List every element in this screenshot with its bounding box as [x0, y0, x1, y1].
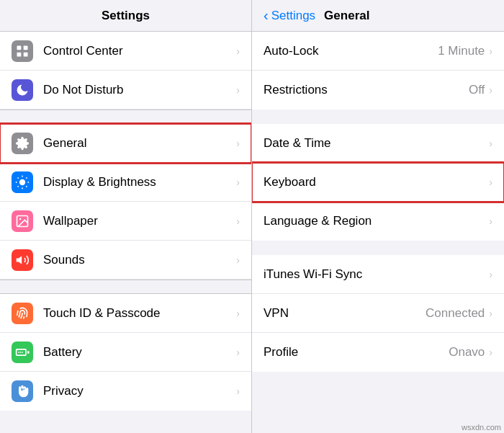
svg-point-4 — [19, 179, 25, 184]
right-item-itunes-wifi[interactable]: iTunes Wi-Fi Sync › — [252, 255, 504, 294]
right-section-1: Date & Time › Keyboard › Language & Regi… — [252, 124, 504, 241]
chevron-right-icon: › — [489, 177, 492, 188]
right-item-label-profile: Profile — [264, 345, 449, 360]
sidebar-item-sounds[interactable]: Sounds › — [0, 241, 251, 280]
svg-marker-15 — [17, 256, 22, 264]
settings-list: Control Center › Do Not Disturb › Genera… — [0, 32, 251, 411]
section-divider — [0, 280, 251, 294]
section-gap — [252, 110, 504, 124]
chevron-right-icon: › — [489, 45, 492, 57]
right-item-label-keyboard: Keyboard — [264, 175, 489, 189]
chevron-right-icon: › — [236, 308, 240, 319]
chevron-right-icon: › — [236, 347, 240, 358]
right-item-label-restrictions: Restrictions — [264, 83, 469, 97]
right-section-0: Auto-Lock 1 Minute › Restrictions Off › — [252, 32, 504, 110]
right-item-label-vpn: VPN — [264, 306, 426, 321]
chevron-right-icon: › — [489, 347, 492, 358]
right-item-label-date-time: Date & Time — [264, 136, 489, 151]
right-item-value-auto-lock: 1 Minute — [438, 44, 485, 58]
right-panel-title: General — [324, 9, 369, 23]
sidebar-item-touchid[interactable]: Touch ID & Passcode › — [0, 294, 251, 333]
right-item-label-language: Language & Region — [264, 214, 489, 228]
back-label: Settings — [271, 9, 315, 23]
section-gap — [252, 241, 504, 255]
main-content: Control Center › Do Not Disturb › Genera… — [0, 32, 504, 433]
battery-icon — [12, 342, 33, 363]
sidebar-item-wallpaper[interactable]: Wallpaper › — [0, 202, 251, 241]
right-item-value-vpn: Connected — [426, 306, 485, 321]
sidebar-item-label-battery: Battery — [43, 345, 236, 360]
right-item-profile[interactable]: Profile Onavo › — [252, 333, 504, 372]
sidebar-item-battery[interactable]: Battery › — [0, 333, 251, 372]
chevron-right-icon: › — [489, 84, 492, 96]
sidebar-item-label-general: General — [43, 136, 236, 151]
fingerprint-icon — [12, 303, 33, 324]
top-bar: Settings ‹ Settings General — [0, 0, 504, 32]
back-button[interactable]: ‹ Settings — [264, 7, 315, 24]
chevron-right-icon: › — [236, 84, 240, 96]
svg-rect-3 — [24, 52, 28, 56]
chevron-right-icon: › — [236, 177, 240, 188]
sidebar-item-label-privacy: Privacy — [43, 384, 236, 398]
right-item-auto-lock[interactable]: Auto-Lock 1 Minute › — [252, 32, 504, 71]
sidebar-item-do-not-disturb[interactable]: Do Not Disturb › — [0, 71, 251, 110]
display-icon — [12, 171, 33, 193]
svg-point-14 — [19, 218, 21, 220]
sidebar-item-control-center[interactable]: Control Center › — [0, 32, 251, 71]
right-panel-header: ‹ Settings General — [252, 0, 504, 31]
control-center-icon — [12, 40, 33, 62]
chevron-right-icon: › — [489, 269, 492, 280]
sidebar-item-display[interactable]: Display & Brightness › — [0, 163, 251, 202]
chevron-right-icon: › — [489, 138, 492, 149]
chevron-right-icon: › — [236, 45, 240, 57]
svg-rect-2 — [17, 52, 22, 56]
right-item-restrictions[interactable]: Restrictions Off › — [252, 71, 504, 110]
right-item-vpn[interactable]: VPN Connected › — [252, 294, 504, 333]
svg-line-8 — [26, 186, 27, 187]
right-item-value-restrictions: Off — [469, 83, 485, 97]
sound-icon — [12, 249, 33, 271]
sidebar-item-label-do-not-disturb: Do Not Disturb — [43, 83, 236, 97]
settings-title: Settings — [102, 9, 150, 23]
svg-rect-1 — [24, 45, 28, 50]
sidebar-item-general[interactable]: General › — [0, 124, 251, 163]
chevron-right-icon: › — [236, 254, 240, 266]
chevron-right-icon: › — [489, 215, 492, 227]
sidebar-item-label-display: Display & Brightness — [43, 175, 236, 189]
sidebar-item-privacy[interactable]: Privacy › — [0, 372, 251, 411]
right-item-date-time[interactable]: Date & Time › — [252, 124, 504, 163]
right-item-keyboard[interactable]: Keyboard › — [252, 163, 504, 202]
gear-icon — [12, 133, 33, 154]
wallpaper-icon — [12, 210, 33, 232]
right-panel: Auto-Lock 1 Minute › Restrictions Off › … — [252, 32, 504, 433]
right-item-label-auto-lock: Auto-Lock — [264, 44, 438, 58]
right-item-language[interactable]: Language & Region › — [252, 202, 504, 241]
sidebar-item-label-touchid: Touch ID & Passcode — [43, 306, 236, 321]
back-chevron-icon: ‹ — [264, 7, 269, 24]
svg-line-7 — [18, 177, 19, 178]
chevron-right-icon: › — [236, 215, 240, 227]
right-section-2: iTunes Wi-Fi Sync › VPN Connected › Prof… — [252, 255, 504, 372]
hand-icon — [12, 380, 33, 402]
svg-line-11 — [18, 186, 19, 187]
moon-icon — [12, 79, 33, 101]
sidebar-item-label-sounds: Sounds — [43, 253, 236, 267]
left-panel-header: Settings — [0, 0, 252, 31]
chevron-right-icon: › — [236, 385, 240, 397]
svg-line-12 — [26, 177, 27, 178]
chevron-right-icon: › — [236, 138, 240, 149]
left-panel: Control Center › Do Not Disturb › Genera… — [0, 32, 252, 433]
section-divider — [0, 110, 251, 124]
right-item-label-itunes-wifi: iTunes Wi-Fi Sync — [264, 267, 489, 282]
chevron-right-icon: › — [489, 308, 492, 319]
svg-rect-0 — [17, 45, 22, 50]
sidebar-item-label-control-center: Control Center — [43, 44, 236, 58]
sidebar-item-label-wallpaper: Wallpaper — [43, 214, 236, 228]
right-item-value-profile: Onavo — [449, 345, 485, 360]
